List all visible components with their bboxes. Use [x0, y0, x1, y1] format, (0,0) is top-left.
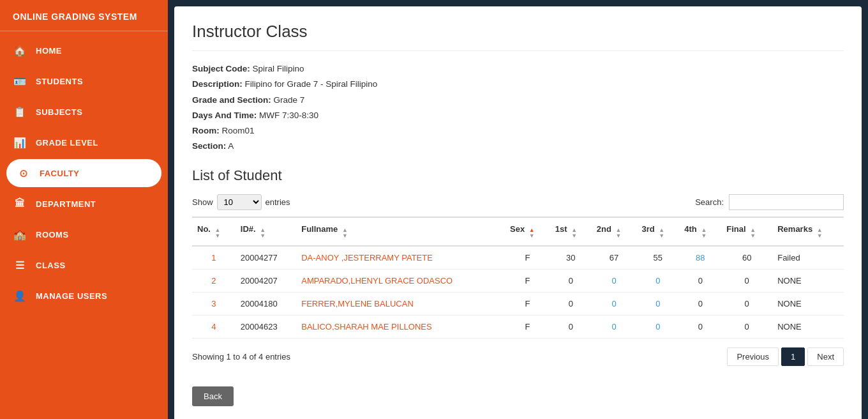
room-label: Room:: [192, 126, 220, 135]
back-button[interactable]: Back: [192, 386, 234, 406]
class-info: Subject Code: Spiral Filipino Descriptio…: [192, 61, 844, 155]
sidebar-item-faculty[interactable]: ⊙ FACULTY: [6, 159, 161, 187]
description-value: Filipino for Grade 7 - Spiral Filipino: [245, 79, 378, 89]
sidebar-item-department[interactable]: 🏛 DEPARTMENT: [0, 188, 168, 219]
col-fullname[interactable]: Fullname ▲▼: [296, 217, 505, 246]
faculty-icon: ⊙: [17, 166, 31, 180]
search-input[interactable]: [729, 194, 844, 210]
showing-text: Showing 1 to 4 of 4 entries: [192, 352, 290, 362]
page-title: Instructor Class: [192, 22, 844, 51]
row-fullname: DA-ANOY ,JESTERRAMY PATETE: [296, 246, 505, 270]
grade-2nd: 0: [592, 292, 637, 315]
table-footer: Showing 1 to 4 of 4 entries Previous 1 N…: [192, 347, 844, 366]
row-no: 1: [192, 246, 236, 270]
row-fullname: FERRER,MYLENE BALUCAN: [296, 292, 505, 315]
row-fullname: BALICO,SHARAH MAE PILLONES: [296, 315, 505, 338]
student-no-link[interactable]: 3: [211, 299, 216, 309]
col-remarks[interactable]: Remarks ▲▼: [772, 217, 844, 246]
col-sex[interactable]: Sex ▲▼: [505, 217, 550, 246]
student-name-link[interactable]: FERRER,MYLENE BALUCAN: [301, 299, 414, 309]
subjects-icon: 📋: [13, 105, 27, 119]
grade-3rd: 55: [636, 246, 679, 270]
sidebar-item-subjects[interactable]: 📋 SUBJECTS: [0, 96, 168, 127]
sidebar-item-class[interactable]: ☰ CLASS: [0, 250, 168, 280]
search-label: Search:: [695, 197, 724, 207]
grade-2nd: 0: [592, 315, 637, 338]
sidebar-item-grade-level[interactable]: 📊 GRADE LEVEL: [0, 127, 168, 158]
grade-4th: 88: [679, 246, 721, 270]
page-1-button[interactable]: 1: [781, 347, 805, 366]
sidebar-nav: 🏠 HOME 🪪 STUDENTS 📋 SUBJECTS 📊 GRADE LEV…: [0, 31, 168, 419]
row-id: 20004623: [236, 315, 296, 338]
row-sex: F: [505, 246, 550, 270]
row-no: 2: [192, 269, 236, 292]
rooms-icon: 🏫: [13, 227, 27, 241]
grade-1st: 0: [550, 315, 592, 338]
students-table: No. ▲▼ ID#. ▲▼ Fullname ▲▼ Sex ▲▼ 1st ▲▼…: [192, 217, 844, 339]
sidebar-item-label: SUBJECTS: [36, 107, 82, 117]
sidebar-item-students[interactable]: 🪪 STUDENTS: [0, 66, 168, 96]
table-row: 2 20004207 AMPARADO,LHENYL GRACE ODASCO …: [192, 269, 844, 292]
grade-section-value: Grade 7: [274, 95, 305, 105]
sidebar-item-label: CLASS: [36, 261, 66, 270]
sidebar-item-label: STUDENTS: [36, 77, 83, 86]
grade-final: 0: [721, 269, 772, 292]
student-no-link[interactable]: 2: [211, 276, 216, 286]
sidebar-item-rooms[interactable]: 🏫 ROOMS: [0, 219, 168, 250]
previous-button[interactable]: Previous: [727, 347, 779, 366]
grade-3rd: 0: [636, 269, 679, 292]
grade-1st: 30: [550, 246, 592, 270]
col-4th[interactable]: 4th ▲▼: [679, 217, 721, 246]
row-remarks: Failed: [772, 246, 844, 270]
main-content: Instructor Class Subject Code: Spiral Fi…: [168, 0, 868, 419]
app-title: ONLINE GRADING SYSTEM: [0, 0, 168, 31]
student-name-link[interactable]: AMPARADO,LHENYL GRACE ODASCO: [301, 276, 453, 286]
col-2nd[interactable]: 2nd ▲▼: [592, 217, 637, 246]
student-name-link[interactable]: BALICO,SHARAH MAE PILLONES: [301, 322, 431, 331]
section-value: A: [228, 141, 234, 151]
grade-final: 60: [721, 246, 772, 270]
description-label: Description:: [192, 79, 243, 89]
days-time-label: Days And Time:: [192, 110, 257, 120]
student-name-link[interactable]: DA-ANOY ,JESTERRAMY PATETE: [301, 253, 433, 263]
entries-select[interactable]: 10 25 50 100: [217, 194, 262, 210]
sidebar-item-label: GRADE LEVEL: [36, 138, 98, 148]
row-sex: F: [505, 315, 550, 338]
col-id[interactable]: ID#. ▲▼: [236, 217, 296, 246]
col-final[interactable]: Final ▲▼: [721, 217, 772, 246]
grade-2nd: 0: [592, 269, 637, 292]
col-no[interactable]: No. ▲▼: [192, 217, 236, 246]
row-id: 20004277: [236, 246, 296, 270]
next-button[interactable]: Next: [807, 347, 844, 366]
manage-users-icon: 👤: [13, 289, 27, 303]
content-card: Instructor Class Subject Code: Spiral Fi…: [174, 6, 862, 419]
row-id: 20004180: [236, 292, 296, 315]
subject-code-value: Spiral Filipino: [253, 64, 304, 73]
student-no-link[interactable]: 1: [211, 253, 216, 263]
room-value: Room01: [222, 126, 255, 135]
col-1st[interactable]: 1st ▲▼: [550, 217, 592, 246]
show-label: Show: [192, 197, 213, 207]
sidebar-item-manage-users[interactable]: 👤 MANAGE USERS: [0, 280, 168, 311]
row-sex: F: [505, 292, 550, 315]
sidebar-item-label: FACULTY: [40, 169, 79, 178]
grade-final: 0: [721, 315, 772, 338]
grade-4th: 0: [679, 292, 721, 315]
grade-4th: 0: [679, 315, 721, 338]
sidebar-item-label: MANAGE USERS: [36, 291, 107, 301]
students-icon: 🪪: [13, 74, 27, 88]
sidebar-item-label: DEPARTMENT: [36, 199, 96, 209]
grade-3rd: 0: [636, 315, 679, 338]
table-row: 1 20004277 DA-ANOY ,JESTERRAMY PATETE F …: [192, 246, 844, 270]
sidebar-item-label: ROOMS: [36, 230, 69, 240]
grade-2nd: 67: [592, 246, 637, 270]
pagination: Previous 1 Next: [727, 347, 844, 366]
student-no-link[interactable]: 4: [211, 322, 216, 331]
row-remarks: NONE: [772, 292, 844, 315]
show-entries: Show 10 25 50 100 entries: [192, 194, 290, 210]
row-remarks: NONE: [772, 315, 844, 338]
sidebar-item-home[interactable]: 🏠 HOME: [0, 35, 168, 66]
col-3rd[interactable]: 3rd ▲▼: [636, 217, 679, 246]
home-icon: 🏠: [13, 43, 27, 57]
table-header: No. ▲▼ ID#. ▲▼ Fullname ▲▼ Sex ▲▼ 1st ▲▼…: [192, 217, 844, 246]
